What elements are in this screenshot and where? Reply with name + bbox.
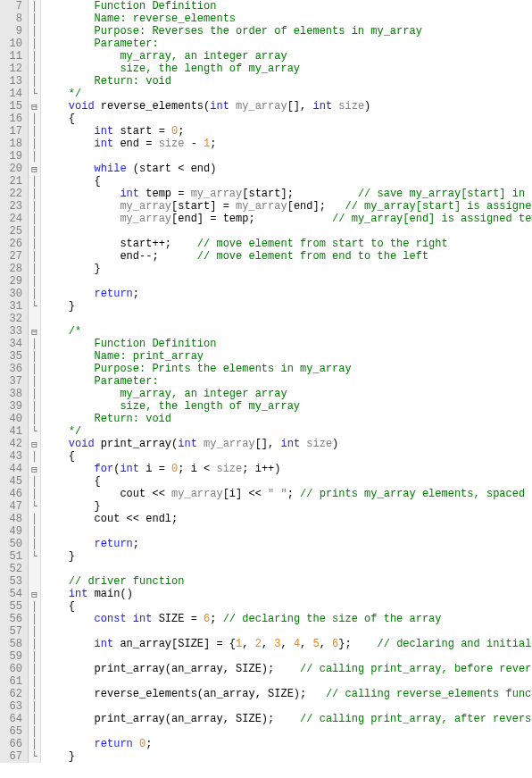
code-line[interactable]: int temp = my_array[start]; // save my_a… <box>43 188 532 200</box>
code-line[interactable]: int an_array[SIZE] = {1, 2, 3, 4, 5, 6};… <box>43 638 532 650</box>
fold-marker: │ <box>29 738 40 750</box>
line-number: 36 <box>0 363 28 375</box>
code-line[interactable]: cout << endl; <box>43 513 532 525</box>
fold-marker: │ <box>29 375 40 388</box>
fold-marker[interactable]: ⊟ <box>29 463 40 475</box>
fold-marker[interactable]: ⊟ <box>29 588 40 600</box>
code-line[interactable]: int end = size - 1; <box>43 138 532 150</box>
code-line[interactable] <box>43 700 532 713</box>
code-line[interactable] <box>43 625 532 638</box>
code-line[interactable]: print_array(an_array, SIZE); // calling … <box>43 713 532 725</box>
code-line[interactable] <box>43 650 532 663</box>
code-line[interactable]: my_array, an integer array <box>43 50 532 63</box>
code-line[interactable]: Parameter: <box>43 375 532 388</box>
code-line[interactable]: size, the length of my_array <box>43 63 532 75</box>
fold-marker: │ <box>29 663 40 675</box>
code-line[interactable]: void print_array(int my_array[], int siz… <box>43 438 532 450</box>
code-line[interactable]: } <box>43 550 532 563</box>
fold-marker: │ <box>29 538 40 550</box>
code-line[interactable]: size, the length of my_array <box>43 400 532 413</box>
code-line[interactable]: */ <box>43 88 532 100</box>
code-line[interactable]: { <box>43 450 532 463</box>
fold-marker[interactable]: ⊟ <box>29 163 40 175</box>
fold-marker: │ <box>29 488 40 500</box>
code-line[interactable]: while (start < end) <box>43 163 532 175</box>
line-number-gutter: 7891011121314151617181920212223242526272… <box>0 0 29 763</box>
fold-marker: │ <box>29 388 40 400</box>
code-line[interactable] <box>43 275 532 288</box>
code-line[interactable]: end--; // move element from end to the l… <box>43 250 532 263</box>
code-line[interactable]: Purpose: Reverses the order of elements … <box>43 25 532 38</box>
code-line[interactable] <box>43 150 532 163</box>
fold-marker: │ <box>29 138 40 150</box>
fold-marker: │ <box>29 275 40 288</box>
code-area[interactable]: Function Definition Name: reverse_elemen… <box>41 0 532 763</box>
code-line[interactable]: print_array(an_array, SIZE); // calling … <box>43 663 532 675</box>
code-line[interactable]: { <box>43 113 532 125</box>
line-number: 7 <box>0 0 28 13</box>
code-line[interactable]: const int SIZE = 6; // declaring the siz… <box>43 613 532 625</box>
code-line[interactable] <box>43 313 532 325</box>
code-line[interactable]: return; <box>43 538 532 550</box>
code-line[interactable]: Name: print_array <box>43 350 532 363</box>
fold-marker: │ <box>29 475 40 488</box>
code-line[interactable]: reverse_elements(an_array, SIZE); // cal… <box>43 688 532 700</box>
line-number: 30 <box>0 288 28 300</box>
code-line[interactable]: int start = 0; <box>43 125 532 138</box>
code-line[interactable] <box>43 725 532 738</box>
fold-marker <box>29 313 40 325</box>
line-number: 55 <box>0 600 28 613</box>
line-number: 23 <box>0 200 28 213</box>
code-line[interactable]: } <box>43 300 532 313</box>
code-line[interactable] <box>43 525 532 538</box>
code-line[interactable]: Function Definition <box>43 0 532 13</box>
code-line[interactable]: my_array[start] = my_array[end]; // my_a… <box>43 200 532 213</box>
code-line[interactable]: } <box>43 500 532 513</box>
code-line[interactable]: Purpose: Prints the elements in my_array <box>43 363 532 375</box>
line-number: 64 <box>0 713 28 725</box>
line-number: 56 <box>0 613 28 625</box>
code-line[interactable]: Return: void <box>43 75 532 88</box>
fold-marker: └ <box>29 300 40 313</box>
code-line[interactable] <box>43 563 532 575</box>
code-line[interactable]: return 0; <box>43 738 532 750</box>
line-number: 52 <box>0 563 28 575</box>
code-line[interactable] <box>43 225 532 238</box>
code-line[interactable]: cout << my_array[i] << " "; // prints my… <box>43 488 532 500</box>
code-line[interactable]: for(int i = 0; i < size; i++) <box>43 463 532 475</box>
line-number: 19 <box>0 150 28 163</box>
code-line[interactable]: /* <box>43 325 532 338</box>
line-number: 14 <box>0 88 28 100</box>
code-line[interactable]: int main() <box>43 588 532 600</box>
code-line[interactable]: } <box>43 750 532 763</box>
fold-marker <box>29 563 40 575</box>
fold-marker: │ <box>29 638 40 650</box>
code-line[interactable]: Parameter: <box>43 38 532 50</box>
code-line[interactable]: Return: void <box>43 413 532 425</box>
code-line[interactable]: return; <box>43 288 532 300</box>
line-number: 43 <box>0 450 28 463</box>
fold-marker[interactable]: ⊟ <box>29 438 40 450</box>
code-line[interactable]: { <box>43 175 532 188</box>
fold-column: │││││││└⊟││││⊟││││││││││└⊟│││││││└⊟│⊟││└… <box>29 0 41 763</box>
fold-marker[interactable]: ⊟ <box>29 100 40 113</box>
fold-marker: │ <box>29 650 40 663</box>
code-line[interactable]: Name: reverse_elements <box>43 13 532 25</box>
code-line[interactable]: } <box>43 263 532 275</box>
code-line[interactable]: // driver function <box>43 575 532 588</box>
code-line[interactable]: my_array, an integer array <box>43 388 532 400</box>
fold-marker: └ <box>29 550 40 563</box>
line-number: 9 <box>0 25 28 38</box>
fold-marker[interactable]: ⊟ <box>29 325 40 338</box>
line-number: 24 <box>0 213 28 225</box>
code-line[interactable]: { <box>43 475 532 488</box>
line-number: 59 <box>0 650 28 663</box>
code-line[interactable] <box>43 675 532 688</box>
code-line[interactable]: Function Definition <box>43 338 532 350</box>
code-line[interactable]: void reverse_elements(int my_array[], in… <box>43 100 532 113</box>
code-line[interactable]: */ <box>43 425 532 438</box>
code-line[interactable]: start++; // move element from start to t… <box>43 238 532 250</box>
code-line[interactable]: { <box>43 600 532 613</box>
line-number: 11 <box>0 50 28 63</box>
code-line[interactable]: my_array[end] = temp; // my_array[end] i… <box>43 213 532 225</box>
